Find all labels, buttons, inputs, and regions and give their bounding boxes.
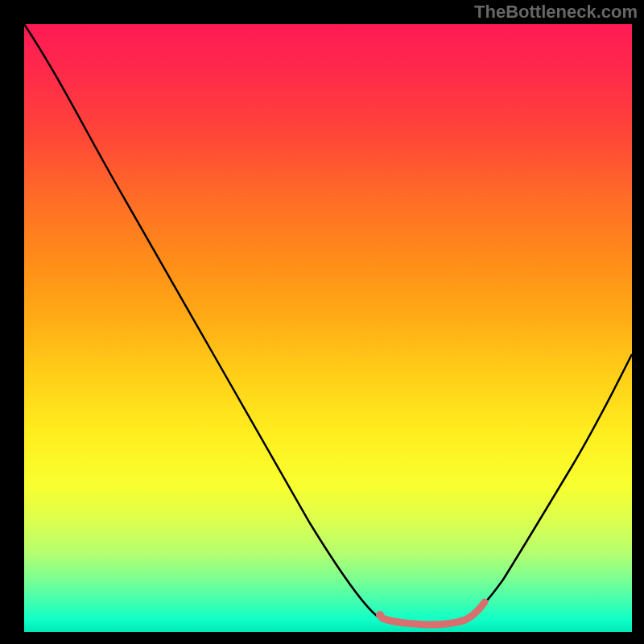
optimal-range-highlight	[382, 602, 485, 625]
chart-container: TheBottleneck.com	[0, 0, 644, 644]
plot-area	[24, 24, 632, 632]
curve-svg	[24, 24, 632, 632]
watermark-text: TheBottleneck.com	[474, 2, 638, 23]
bottleneck-curve	[24, 24, 632, 625]
